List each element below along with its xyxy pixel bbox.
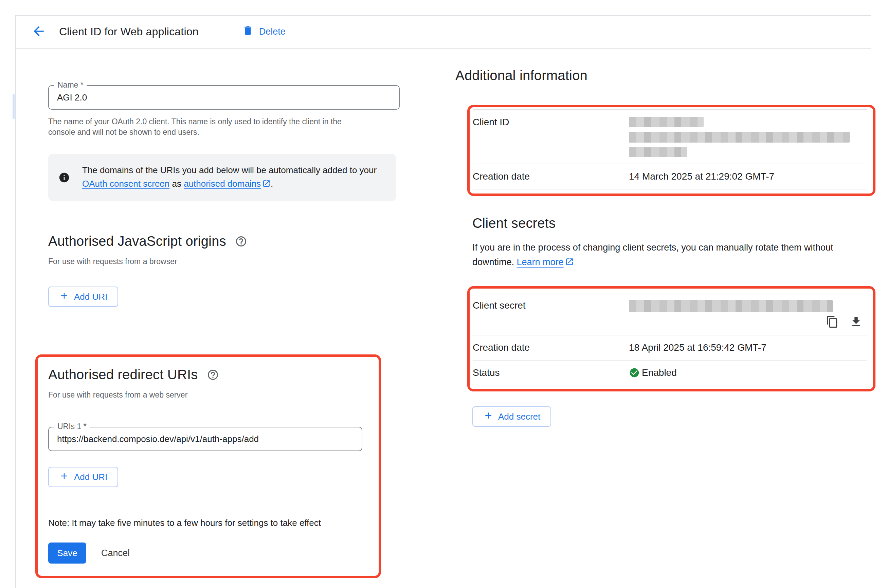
- copy-icon[interactable]: [825, 314, 840, 329]
- secret-action-icons: [473, 312, 867, 335]
- client-settings-column: Name * The name of your OAuth 2.0 client…: [48, 48, 400, 578]
- add-secret-label: Add secret: [498, 411, 540, 422]
- creation-date-label: Creation date: [473, 171, 629, 182]
- info-icon: [59, 172, 70, 183]
- client-secrets-description: If you are in the process of changing cl…: [472, 240, 863, 271]
- client-secret-label: Client secret: [473, 300, 629, 311]
- additional-info-column: Additional information Client ID Creatio: [455, 48, 876, 578]
- js-origins-subtitle: For use with requests from a browser: [48, 257, 400, 266]
- name-helper-text: The name of your OAuth 2.0 client. This …: [48, 117, 347, 138]
- client-id-annotation-box: Client ID Creation date 14 March 2025 at…: [467, 105, 875, 196]
- info-banner: The domains of the URIs you add below wi…: [48, 154, 396, 201]
- oauth-consent-screen-link[interactable]: OAuth consent screen: [82, 178, 170, 189]
- form-actions: Save Cancel: [48, 543, 371, 564]
- status-value: Enabled: [642, 368, 677, 378]
- help-icon[interactable]: [235, 235, 247, 248]
- divider: [473, 189, 867, 189]
- name-field-label: Name *: [54, 81, 87, 90]
- learn-more-link[interactable]: Learn more: [517, 257, 564, 267]
- info-text-after: .: [271, 178, 273, 189]
- redirect-uris-title: Authorised redirect URIs: [48, 367, 198, 382]
- redirect-uri-input[interactable]: [57, 434, 354, 444]
- help-icon[interactable]: [207, 369, 219, 381]
- scrollbar-thumb[interactable]: [13, 94, 15, 119]
- add-uri-label: Add URI: [74, 292, 107, 302]
- js-origins-section: Authorised JavaScript origins For use wi…: [48, 234, 400, 307]
- add-uri-label: Add URI: [74, 472, 107, 482]
- add-redirect-uri-button[interactable]: Add URI: [48, 467, 118, 487]
- redirect-uris-annotation-box: Authorised redirect URIs For use with re…: [35, 354, 381, 578]
- delete-button[interactable]: Delete: [242, 25, 285, 39]
- info-banner-text: The domains of the URIs you add below wi…: [82, 163, 386, 192]
- redacted-block: [629, 117, 704, 127]
- secret-creation-date-value: 18 April 2025 at 16:59:42 GMT-7: [629, 342, 767, 353]
- page: Client ID for Web application Delete Nam…: [0, 0, 887, 588]
- redacted-block: [629, 132, 849, 142]
- add-js-origin-uri-button[interactable]: Add URI: [48, 286, 118, 307]
- creation-date-row: Creation date 14 March 2025 at 21:29:02 …: [473, 164, 867, 189]
- page-title: Client ID for Web application: [59, 26, 199, 38]
- redacted-block: [629, 300, 833, 312]
- content: Name * The name of your OAuth 2.0 client…: [16, 48, 871, 578]
- settings-note: Note: It may take five minutes to a few …: [48, 518, 371, 528]
- client-secret-value-redacted: [629, 300, 833, 312]
- status-row: Status Enabled: [473, 360, 867, 385]
- client-secret-row: Client secret: [473, 293, 867, 312]
- uri-field-label: URIs 1 *: [54, 422, 90, 431]
- creation-date-value: 14 March 2025 at 21:29:02 GMT-7: [629, 171, 774, 182]
- client-id-value-redacted: [629, 117, 849, 157]
- creation-date-label: Creation date: [473, 342, 629, 353]
- redirect-uris-subtitle: For use with requests from a web server: [48, 390, 371, 400]
- client-id-row: Client ID: [473, 110, 867, 164]
- info-text-middle: as: [170, 178, 184, 189]
- external-link-icon: [565, 256, 574, 271]
- delete-label: Delete: [259, 27, 285, 37]
- js-origins-title: Authorised JavaScript origins: [48, 234, 226, 249]
- client-secret-annotation-box: Client secret: [467, 286, 875, 392]
- name-input[interactable]: [57, 92, 391, 103]
- secret-creation-date-row: Creation date 18 April 2025 at 16:59:42 …: [473, 335, 867, 360]
- page-header: Client ID for Web application Delete: [16, 16, 871, 48]
- check-circle-icon: [629, 368, 640, 378]
- plus-icon: [483, 411, 494, 423]
- additional-info-title: Additional information: [455, 68, 876, 83]
- save-button[interactable]: Save: [48, 543, 86, 564]
- back-button[interactable]: [30, 24, 47, 40]
- cancel-button[interactable]: Cancel: [101, 548, 130, 558]
- authorised-domains-link[interactable]: authorised domains: [184, 178, 261, 189]
- client-id-panel: Client ID for Web application Delete Nam…: [15, 15, 871, 588]
- trash-icon: [242, 25, 254, 39]
- info-text-before: The domains of the URIs you add below wi…: [82, 165, 377, 175]
- redacted-block: [629, 147, 687, 157]
- add-secret-button[interactable]: Add secret: [472, 406, 551, 427]
- client-id-label: Client ID: [473, 117, 629, 128]
- external-link-icon: [262, 178, 271, 192]
- plus-icon: [59, 291, 69, 303]
- arrow-back-icon: [31, 24, 46, 40]
- name-field: Name *: [48, 85, 400, 110]
- plus-icon: [59, 471, 69, 483]
- redirect-uri-field: URIs 1 *: [48, 427, 362, 451]
- download-icon[interactable]: [849, 314, 864, 329]
- status-label: Status: [473, 368, 629, 378]
- client-secrets-title: Client secrets: [472, 216, 876, 231]
